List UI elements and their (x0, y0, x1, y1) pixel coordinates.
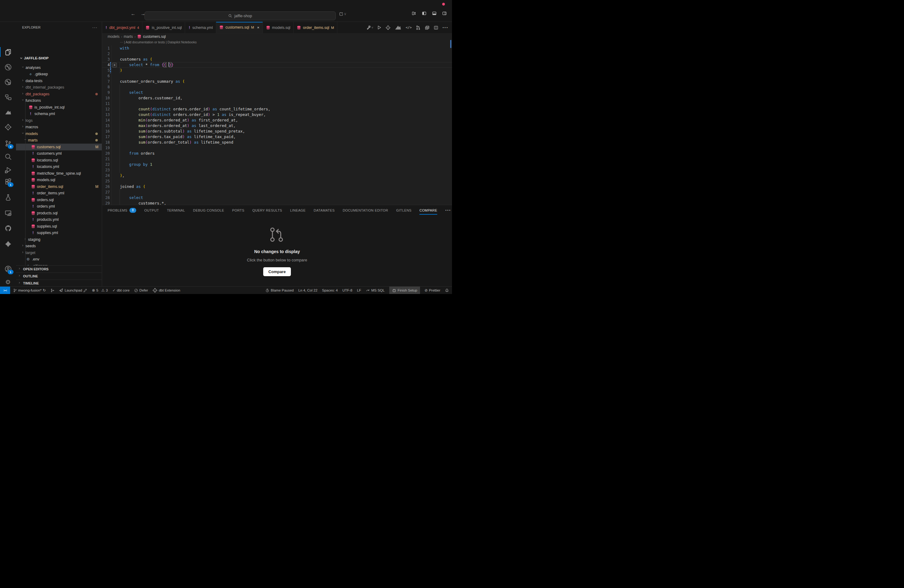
tab-dbt_project.yml[interactable]: !dbt_project.yml4 (102, 22, 142, 33)
breadcrumb-item[interactable]: marts (123, 35, 133, 39)
tree-item-order_items.yml[interactable]: !order_items.yml (16, 190, 102, 197)
code-line-24[interactable]: 24), (102, 173, 452, 179)
activity-dbt-outline-icon[interactable] (0, 121, 16, 133)
code-line-2[interactable]: 2 (102, 51, 452, 57)
panel-tab-terminal[interactable]: TERMINAL (167, 209, 185, 212)
panel-tab-gitlens[interactable]: GITLENS (396, 209, 411, 212)
toggle-sidebar-icon[interactable] (422, 11, 427, 16)
activity-account-icon[interactable]: 1 (0, 262, 16, 275)
tree-item-logs[interactable]: logs (16, 117, 102, 124)
workspace-root[interactable]: JAFFLE-SHOP (16, 55, 102, 62)
tab-is_positive_int.sql[interactable]: is_positive_int.sql (142, 22, 185, 33)
activity-extensions-icon[interactable]: 1 (0, 175, 16, 188)
breadcrumb[interactable]: models›marts›customers.sql (102, 33, 452, 40)
code-line-12[interactable]: 12 count(distinct orders.order_id) as co… (102, 106, 452, 112)
tree-item-supplies.sql[interactable]: supplies.sql (16, 223, 102, 230)
tree-item-seeds[interactable]: seeds (16, 243, 102, 250)
tree-item-macros[interactable]: macros (16, 124, 102, 131)
panel-tab-query-results[interactable]: QUERY RESULTS (253, 209, 282, 212)
more-actions-icon[interactable]: ··· (443, 25, 448, 30)
panel-tab-problems[interactable]: PROBLEMS8 (107, 208, 136, 213)
remote-indicator[interactable]: >< (0, 287, 10, 294)
tree-item-metricflow_time_spine.sql[interactable]: metricflow_time_spine.sql (16, 170, 102, 177)
tab-order_items.sql[interactable]: order_items.sqlM (294, 22, 337, 33)
code-line-29[interactable]: 29 customers.*, (102, 201, 452, 205)
code-editor[interactable]: ··· | Add documentation or tests | Datap… (102, 40, 452, 205)
tree-item-orders.yml[interactable]: !orders.yml (16, 203, 102, 210)
tree-item-.env[interactable]: ⚙.env (16, 256, 102, 263)
status-defer[interactable]: Defer (134, 287, 148, 294)
status-blame-paused[interactable]: Blame Paused (266, 287, 294, 294)
code-line-6[interactable]: 6 (102, 73, 452, 79)
dbt-icon[interactable] (386, 25, 390, 30)
code-line-9[interactable]: 9 select (102, 90, 452, 95)
tree-item-supplies.yml[interactable]: !supplies.yml (16, 230, 102, 237)
activity-search-icon[interactable] (0, 150, 16, 163)
code-line-18[interactable]: 18 sum(orders.order_total) as lifetime_s… (102, 140, 452, 145)
tree-item-analyses[interactable]: analyses (16, 64, 102, 71)
status-5[interactable]: ⊗5⚠3 (92, 287, 108, 294)
code-line-3[interactable]: 3customers as ( (102, 57, 452, 62)
code-line-5[interactable]: 5) (102, 68, 452, 73)
tree-item-schema.yml[interactable]: !schema.yml (16, 111, 102, 117)
code-line-13[interactable]: 13 count(distinct orders.order_id) > 1 a… (102, 112, 452, 117)
compare-button[interactable]: Compare (263, 267, 291, 276)
status-launchpad[interactable]: Launchpad (59, 287, 87, 294)
code-line-26[interactable]: 26joined as ( (102, 184, 452, 190)
panel-tab-ports[interactable]: PORTS (232, 209, 245, 212)
code-line-1[interactable]: 1with (102, 46, 452, 51)
panel-tab-lineage[interactable]: LINEAGE (290, 209, 306, 212)
tree-item-order_items.sql[interactable]: order_items.sqlM (16, 183, 102, 190)
activity-github-icon[interactable] (0, 222, 16, 234)
tree-item-dbt_packages[interactable]: dbt_packages (16, 91, 102, 98)
activity-run-debug-icon[interactable] (0, 164, 16, 176)
tree-item-staging[interactable]: staging (16, 236, 102, 243)
tree-item-.gitkeep[interactable]: .gitkeep (16, 71, 102, 78)
code-line-25[interactable]: 25 (102, 179, 452, 184)
tab-models.sql[interactable]: models.sql (263, 22, 294, 33)
panel-tab-compare[interactable]: COMPARE (419, 209, 437, 212)
activity-dbt-solid-icon[interactable] (0, 238, 16, 250)
status-lf[interactable]: LF (357, 287, 361, 294)
breadcrumb-item[interactable]: models (107, 35, 120, 39)
status-finish-setup[interactable]: Finish Setup (389, 287, 420, 294)
tree-item-dbt_internal_packages[interactable]: dbt_internal_packages (16, 84, 102, 91)
tree-item-models.sql[interactable]: models.sql (16, 177, 102, 183)
activity-flask-icon[interactable] (0, 191, 16, 203)
status-prettier[interactable]: ⊘Prettier (425, 287, 440, 294)
code-line-16[interactable]: 16 sum(orders.subtotal) as lifetime_spen… (102, 128, 452, 134)
tree-item-products.sql[interactable]: products.sql (16, 210, 102, 217)
activity-datafold-icon[interactable] (0, 106, 16, 119)
tree-item-marts[interactable]: marts (16, 137, 102, 144)
activity-lineage-circle-icon[interactable] (0, 76, 16, 88)
code-line-28[interactable]: 28 select (102, 195, 452, 201)
nav-back-icon[interactable]: ← (131, 11, 136, 17)
code-line-23[interactable]: 23 (102, 167, 452, 173)
table-copy-icon[interactable] (425, 25, 430, 30)
tab-customers.sql[interactable]: customers.sqlM× (216, 22, 262, 33)
code-line-27[interactable]: 27 (102, 190, 452, 195)
code-line-11[interactable]: 11 (102, 101, 452, 106)
code-line-8[interactable]: 8 (102, 84, 452, 90)
code-line-4[interactable]: 4+ select * from {{ }} (102, 62, 452, 68)
code-line-15[interactable]: 15 max(orders.ordered_at) as last_ordere… (102, 123, 452, 128)
tree-item-products.yml[interactable]: !products.yml (16, 217, 102, 223)
code-line-17[interactable]: 17 sum(orders.tax_paid) as lifetime_tax_… (102, 134, 452, 140)
status-bell[interactable] (445, 287, 449, 294)
explorer-more-icon[interactable]: ··· (92, 25, 98, 30)
tree-item-customers.sql[interactable]: customers.sqlM (16, 144, 102, 150)
tree-item-data-tests[interactable]: data-tests (16, 77, 102, 84)
code-icon[interactable]: </> (406, 25, 412, 30)
code-line-10[interactable]: 10 orders.customer_id, (102, 95, 452, 101)
tree-item-functions[interactable]: functions (16, 98, 102, 104)
breadcrumb-file[interactable]: customers.sql (143, 35, 166, 39)
activity-files-icon[interactable] (0, 46, 16, 58)
copilot-menu[interactable]: \/ (339, 12, 346, 16)
status-ln-4-col-22[interactable]: Ln 4, Col 22 (298, 287, 317, 294)
compare-changes-icon[interactable] (416, 25, 420, 30)
tree-item-locations.sql[interactable]: locations.sql (16, 157, 102, 164)
tab-schema.yml[interactable]: !schema.yml (185, 22, 216, 33)
status-dbt-extension[interactable]: dbt Extension (153, 287, 180, 294)
tree-item-target[interactable]: target (16, 250, 102, 256)
close-icon[interactable]: × (257, 25, 259, 30)
